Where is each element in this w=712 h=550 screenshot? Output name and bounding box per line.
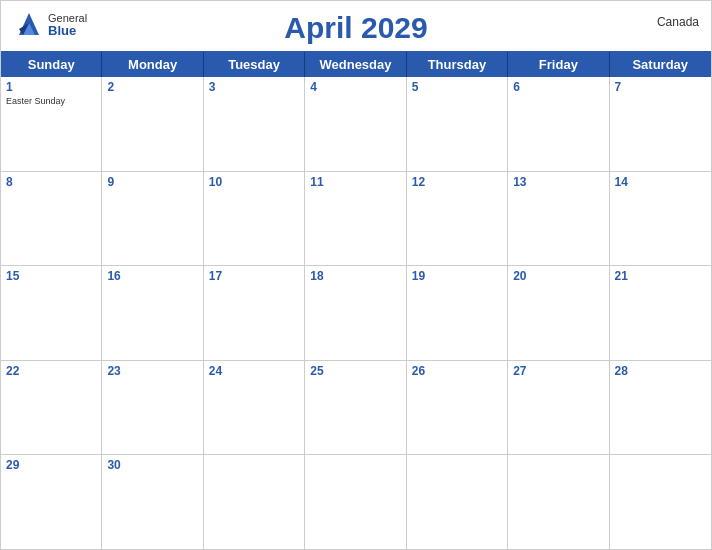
day-cell-0-6: 7 [610,77,711,171]
day-cell-4-2 [204,455,305,549]
week-row-2: 891011121314 [1,172,711,267]
day-cell-2-3: 18 [305,266,406,360]
day-number: 15 [6,269,96,283]
day-cell-1-4: 12 [407,172,508,266]
day-number: 19 [412,269,502,283]
day-number: 5 [412,80,502,94]
day-number: 23 [107,364,197,378]
week-row-5: 2930 [1,455,711,549]
day-number: 29 [6,458,96,472]
day-number: 7 [615,80,706,94]
day-number: 10 [209,175,299,189]
day-number: 2 [107,80,197,94]
header-monday: Monday [102,52,203,77]
day-number: 25 [310,364,400,378]
day-number: 6 [513,80,603,94]
day-cell-2-6: 21 [610,266,711,360]
day-cell-3-2: 24 [204,361,305,455]
day-cell-2-2: 17 [204,266,305,360]
country-label: Canada [657,15,699,29]
day-number: 28 [615,364,706,378]
day-number: 12 [412,175,502,189]
day-cell-3-1: 23 [102,361,203,455]
day-cell-4-0: 29 [1,455,102,549]
calendar-header: General Blue April 2029 Canada [1,1,711,51]
day-number: 1 [6,80,96,94]
day-cell-0-5: 6 [508,77,609,171]
day-cell-1-0: 8 [1,172,102,266]
day-number: 30 [107,458,197,472]
day-number: 21 [615,269,706,283]
day-cell-4-6 [610,455,711,549]
day-cell-4-1: 30 [102,455,203,549]
day-cell-3-6: 28 [610,361,711,455]
day-cell-3-3: 25 [305,361,406,455]
logo-icon [13,9,45,41]
logo-words: General Blue [48,13,87,37]
day-number: 20 [513,269,603,283]
calendar-title: April 2029 [284,11,427,45]
day-cell-3-4: 26 [407,361,508,455]
day-cell-0-3: 4 [305,77,406,171]
day-cell-2-1: 16 [102,266,203,360]
day-number: 24 [209,364,299,378]
logo: General Blue [13,9,87,41]
calendar-grid: Sunday Monday Tuesday Wednesday Thursday… [1,51,711,549]
logo-blue: Blue [48,24,87,37]
day-number: 4 [310,80,400,94]
day-cell-3-5: 27 [508,361,609,455]
header-friday: Friday [508,52,609,77]
day-cell-4-5 [508,455,609,549]
day-number: 17 [209,269,299,283]
day-number: 22 [6,364,96,378]
day-cell-1-2: 10 [204,172,305,266]
holiday-label: Easter Sunday [6,96,96,106]
day-number: 18 [310,269,400,283]
day-cell-4-4 [407,455,508,549]
day-cell-0-0: 1Easter Sunday [1,77,102,171]
day-cell-0-4: 5 [407,77,508,171]
week-row-1: 1Easter Sunday234567 [1,77,711,172]
day-cell-2-5: 20 [508,266,609,360]
header-thursday: Thursday [407,52,508,77]
calendar-page: General Blue April 2029 Canada Sunday Mo… [0,0,712,550]
day-cell-2-4: 19 [407,266,508,360]
day-number: 3 [209,80,299,94]
day-number: 8 [6,175,96,189]
day-headers-row: Sunday Monday Tuesday Wednesday Thursday… [1,52,711,77]
day-cell-3-0: 22 [1,361,102,455]
day-number: 9 [107,175,197,189]
day-number: 26 [412,364,502,378]
day-number: 11 [310,175,400,189]
header-saturday: Saturday [610,52,711,77]
day-number: 16 [107,269,197,283]
day-number: 14 [615,175,706,189]
day-number: 27 [513,364,603,378]
day-cell-1-5: 13 [508,172,609,266]
day-cell-0-2: 3 [204,77,305,171]
weeks-container: 1Easter Sunday23456789101112131415161718… [1,77,711,549]
week-row-4: 22232425262728 [1,361,711,456]
day-number: 13 [513,175,603,189]
day-cell-0-1: 2 [102,77,203,171]
header-sunday: Sunday [1,52,102,77]
header-tuesday: Tuesday [204,52,305,77]
day-cell-1-1: 9 [102,172,203,266]
day-cell-4-3 [305,455,406,549]
week-row-3: 15161718192021 [1,266,711,361]
day-cell-2-0: 15 [1,266,102,360]
header-wednesday: Wednesday [305,52,406,77]
day-cell-1-6: 14 [610,172,711,266]
day-cell-1-3: 11 [305,172,406,266]
